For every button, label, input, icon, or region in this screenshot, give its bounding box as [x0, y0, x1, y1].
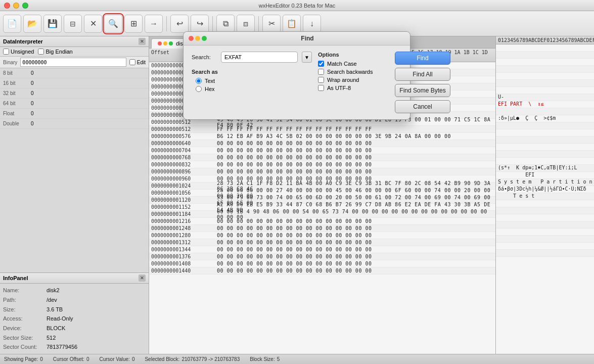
- cancel-button[interactable]: Cancel: [395, 100, 450, 113]
- field-float: Float 0: [0, 109, 149, 119]
- hex-row: 0000000001280 00 00 00 00 00 00 00 00 00…: [149, 232, 495, 239]
- ascii-content[interactable]: U- EFI PART \ ↕≤ :δ»|μL● Ç Ç >¢$m (s*↑ K…: [496, 44, 594, 354]
- find-search-arrow[interactable]: ▼: [302, 52, 312, 63]
- hex-row: 0000000000512 45 46 49 20 50 41 52 54 00…: [149, 119, 495, 126]
- info-name-row: Name: disk2: [3, 286, 146, 295]
- title-bar: wxHexEditor 0.23 Beta for Mac: [0, 0, 594, 11]
- ascii-row: [496, 122, 594, 129]
- big-endian-checkbox[interactable]: [38, 49, 44, 55]
- scroll-down-button[interactable]: ↓: [303, 15, 321, 33]
- find-all-button[interactable]: Find All: [395, 68, 450, 81]
- paste-block-button[interactable]: ⧈: [237, 15, 255, 33]
- field-8bit: 8 bit 0: [0, 68, 149, 78]
- hex-row: 0000000000704 00 00 00 00 00 00 00 00 00…: [149, 147, 495, 154]
- as-utf8-checkbox[interactable]: [318, 85, 324, 91]
- match-case-label: Match Case: [327, 61, 357, 67]
- wrap-around-checkbox[interactable]: [318, 77, 324, 83]
- di-fields: 8 bit 0 16 bit 0 32 bit 0 64 bit 0 Float…: [0, 68, 149, 272]
- unsigned-option[interactable]: Unsigned: [3, 49, 34, 55]
- find-left: Search: ▼ Search as Text Hex: [192, 52, 312, 113]
- ascii-row: EFI: [496, 172, 594, 179]
- edit-checkbox[interactable]: [129, 59, 135, 65]
- redo-button[interactable]: ↪: [191, 15, 209, 33]
- cut-button[interactable]: ✂: [262, 15, 281, 33]
- field-double: Double 0: [0, 119, 149, 129]
- minimize-window-button[interactable]: [13, 3, 19, 9]
- showing-page: Showing Page: 0: [4, 356, 43, 362]
- find-options: Options Match Case Search backwards Wrap…: [318, 52, 389, 113]
- find-dialog: Find Search: ▼ Search as Text Hex: [183, 31, 410, 120]
- open-button[interactable]: 📂: [23, 15, 41, 33]
- wrap-around-label: Wrap around: [327, 77, 359, 83]
- close-file-button[interactable]: ✕: [84, 15, 102, 33]
- search-backwards-checkbox[interactable]: [318, 69, 324, 75]
- info-sector-size-row: Sector Size: 512: [3, 333, 146, 343]
- unsigned-checkbox[interactable]: [3, 49, 9, 55]
- find-options-label: Options: [318, 52, 389, 58]
- find-radio-text-row: Text: [196, 78, 312, 84]
- tab-dots: [158, 41, 173, 46]
- ascii-row: [496, 250, 594, 257]
- ascii-row: [496, 136, 594, 144]
- paste-button[interactable]: 📋: [283, 15, 301, 33]
- save-as-button[interactable]: ⊟: [64, 15, 82, 33]
- maximize-window-button[interactable]: [22, 3, 28, 9]
- ascii-row: [496, 158, 594, 165]
- new-button[interactable]: 📄: [3, 15, 21, 33]
- tab-dot-green: [169, 41, 173, 46]
- match-case-row: Match Case: [318, 61, 389, 67]
- ascii-row: :δ»|μL● Ç Ç >¢$m: [496, 115, 594, 122]
- ascii-row: U-: [496, 94, 594, 101]
- ascii-row: [496, 129, 594, 136]
- ascii-row: [496, 87, 594, 94]
- showing-page-value: 0: [40, 356, 43, 362]
- hex-row: 0000000001440 00 00 00 00 00 00 00 00 00…: [149, 267, 495, 275]
- find-button[interactable]: Find: [395, 52, 450, 65]
- match-case-checkbox[interactable]: [318, 61, 324, 67]
- copy-block-button[interactable]: ⧉: [216, 15, 235, 33]
- as-utf8-row: As UTF-8: [318, 85, 389, 91]
- info-panel-title: InfoPanel: [3, 275, 28, 281]
- hex-row: 0000000001184 00 00 1B 4 90 48 06 00 00 …: [149, 211, 495, 218]
- hex-row: 0000000000512 FF FF FF FF FF FF FF FF FF…: [149, 126, 495, 133]
- ascii-row: EFI PART \ ↕≤: [496, 101, 594, 108]
- ascii-row: [496, 108, 594, 115]
- toolbar-separator-1: [166, 16, 167, 31]
- cursor-value-value: 0: [132, 356, 135, 362]
- di-options: Unsigned Big Endian: [0, 47, 149, 57]
- find-some-bytes-button[interactable]: Find Some Bytes: [395, 84, 450, 97]
- binary-row: Binary Edit: [0, 57, 149, 68]
- find-search-input[interactable]: [221, 52, 298, 63]
- find-radio-hex[interactable]: [196, 86, 202, 92]
- search-backwards-row: Search backwards: [318, 69, 389, 75]
- ascii-row: [496, 52, 594, 59]
- ascii-row: [496, 236, 594, 243]
- cursor-offset: Cursor Offset: 0: [53, 356, 89, 362]
- undo-button[interactable]: ↩: [170, 15, 189, 33]
- ascii-row: [496, 66, 594, 73]
- big-endian-option[interactable]: Big Endian: [38, 49, 72, 55]
- hex-row: 0000000001376 00 00 00 00 00 00 00 00 00…: [149, 253, 495, 260]
- find-radio-text[interactable]: [196, 78, 202, 84]
- showing-page-label: Showing Page:: [4, 356, 38, 362]
- binary-input[interactable]: [20, 58, 126, 67]
- ascii-row: [496, 59, 594, 66]
- save-button[interactable]: 💾: [43, 15, 62, 33]
- find-body: Search: ▼ Search as Text Hex Options: [184, 46, 410, 119]
- find-button[interactable]: 🔍: [104, 15, 122, 33]
- ascii-row: [496, 207, 594, 214]
- edit-label[interactable]: Edit: [129, 59, 146, 65]
- close-window-button[interactable]: [4, 3, 10, 9]
- find-title-bar: Find: [184, 32, 410, 46]
- data-interpreter-close-button[interactable]: ✕: [139, 38, 146, 45]
- info-sector-count-row: Sector Count: 7813779456: [3, 342, 146, 352]
- info-panel-close-button[interactable]: ✕: [139, 275, 146, 282]
- find-max-dot[interactable]: [202, 36, 207, 41]
- ascii-header: 0123456789ABCDEF0123456789ABCDEF: [496, 36, 594, 44]
- info-fields: Name: disk2 Path: /dev Size: 3.6 TB Acce…: [0, 284, 149, 354]
- goto-button[interactable]: →: [145, 15, 163, 33]
- compare-button[interactable]: ⊞: [124, 15, 143, 33]
- find-close-dot[interactable]: [189, 36, 194, 41]
- block-size: Block Size: 5: [250, 356, 280, 362]
- find-min-dot[interactable]: [195, 36, 200, 41]
